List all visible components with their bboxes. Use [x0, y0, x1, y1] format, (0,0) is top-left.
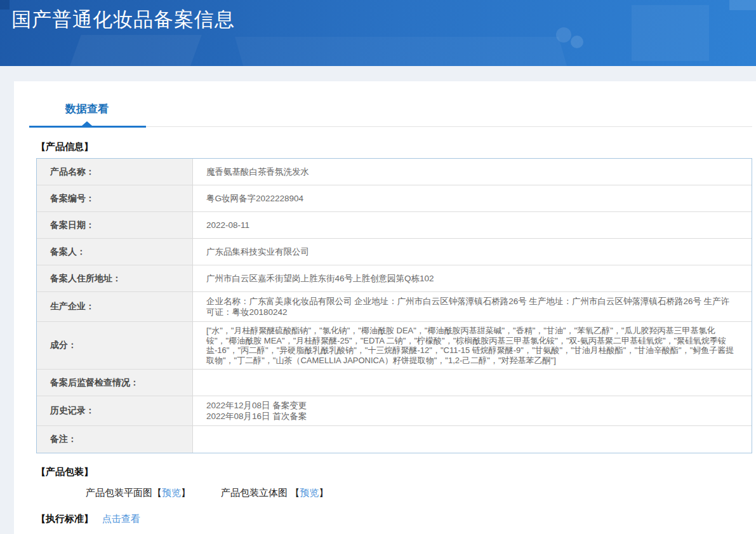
standard-view-link[interactable]: 点击查看: [102, 513, 140, 525]
header-decoration: [571, 36, 583, 48]
bracket-close: 】: [181, 487, 190, 498]
table-row-filing-number: 备案编号： 粤G妆网备字2022228904: [37, 185, 752, 212]
table-row-product-name: 产品名称： 魔香氨基酸白茶香氛洗发水: [37, 159, 752, 185]
table-row-filer: 备案人： 广东品集科技实业有限公司: [37, 239, 752, 265]
row-value: 魔香氨基酸白茶香氛洗发水: [193, 159, 752, 185]
row-label: 产品名称：: [37, 159, 193, 185]
header-decoration: [632, 5, 709, 61]
history-line: 2022年08月16日 首次备案: [206, 411, 307, 422]
packaging-flat-item: 产品包装平面图【预览】: [86, 487, 190, 499]
packaging-stereo-label: 产品包装立体图: [221, 487, 290, 498]
page: { "colors": { "header_gradient_start": "…: [0, 0, 756, 534]
standard-label: 【执行标准】: [36, 513, 93, 525]
row-value: 2022-08-11: [193, 212, 752, 238]
table-row-manufacturer: 生产企业： 企业名称：广东富美康化妆品有限公司 企业地址：广州市白云区钟落潭镇石…: [37, 292, 752, 322]
product-info-section-title: 【产品信息】: [36, 141, 756, 153]
row-label: 备注：: [37, 426, 193, 453]
row-value: 企业名称：广东富美康化妆品有限公司 企业地址：广州市白云区钟落潭镇石桥路26号 …: [193, 292, 752, 321]
packaging-stereo-item: 产品包装立体图 【预览】: [221, 487, 328, 499]
row-value: [193, 370, 752, 396]
bracket-open: 【: [152, 487, 162, 498]
header-decoration: [0, 0, 10, 10]
packaging-row: 产品包装平面图【预览】 产品包装立体图 【预览】: [86, 487, 756, 499]
bracket-close: 】: [319, 487, 328, 498]
tab-bar: 数据查看: [14, 81, 756, 128]
row-label: 备案编号：: [37, 185, 193, 211]
row-value: 广东品集科技实业有限公司: [193, 239, 752, 265]
row-value: 广州市白云区嘉禾街望岗上胜东街46号上胜创意园第Q栋102: [193, 265, 752, 291]
header-decoration: [65, 35, 201, 66]
row-value: [193, 426, 752, 453]
active-tab-pointer-icon: [82, 121, 92, 126]
row-label: 生产企业：: [37, 292, 193, 321]
row-label: 备案人：: [37, 239, 193, 265]
packaging-flat-label: 产品包装平面图: [86, 487, 152, 498]
table-row-ingredients: 成分： ["水"，"月桂醇聚醚硫酸酯钠"，"氯化钠"，"椰油酰胺 DEA"，"椰…: [37, 322, 752, 370]
row-label: 备案后监督检查情况：: [37, 370, 193, 396]
header-decoration: [235, 37, 571, 66]
tab-data-view[interactable]: 数据查看: [58, 102, 116, 116]
product-info-table: 产品名称： 魔香氨基酸白茶香氛洗发水 备案编号： 粤G妆网备字202222890…: [36, 158, 752, 453]
header-decoration: [556, 27, 571, 43]
row-value: ["水"，"月桂醇聚醚硫酸酯钠"，"氯化钠"，"椰油酰胺 DEA"，"椰油酰胺丙…: [193, 322, 752, 369]
packaging-flat-preview-link[interactable]: 预览: [162, 487, 181, 498]
row-label: 历史记录：: [37, 396, 193, 425]
header-decoration: [729, 0, 756, 10]
table-row-filing-date: 备案日期： 2022-08-11: [37, 212, 752, 239]
standard-row: 【执行标准】 点击查看: [36, 513, 756, 525]
active-tab-underline: [29, 126, 146, 128]
table-row-remarks: 备注：: [37, 426, 752, 453]
table-row-history: 历史记录： 2022年12月08日 备案变更 2022年08月16日 首次备案: [37, 396, 752, 426]
content-card: 数据查看 【产品信息】 产品名称： 魔香氨基酸白茶香氛洗发水 备案编号： 粤G妆…: [14, 81, 756, 534]
bracket-open: 【: [290, 487, 300, 498]
history-line: 2022年12月08日 备案变更: [206, 400, 307, 411]
table-row-filer-address: 备案人住所地址： 广州市白云区嘉禾街望岗上胜东街46号上胜创意园第Q栋102: [37, 265, 752, 292]
row-label: 成分：: [37, 322, 193, 369]
page-header: 国产普通化妆品备案信息: [0, 0, 756, 66]
row-label: 备案日期：: [37, 212, 193, 238]
table-row-supervision: 备案后监督检查情况：: [37, 370, 752, 396]
row-label: 备案人住所地址：: [37, 265, 193, 291]
packaging-section-title: 【产品包装】: [36, 466, 756, 478]
page-title: 国产普通化妆品备案信息: [11, 6, 235, 33]
packaging-stereo-preview-link[interactable]: 预览: [300, 487, 319, 498]
row-value: 粤G妆网备字2022228904: [193, 185, 752, 211]
row-value: 2022年12月08日 备案变更 2022年08月16日 首次备案: [193, 396, 752, 425]
